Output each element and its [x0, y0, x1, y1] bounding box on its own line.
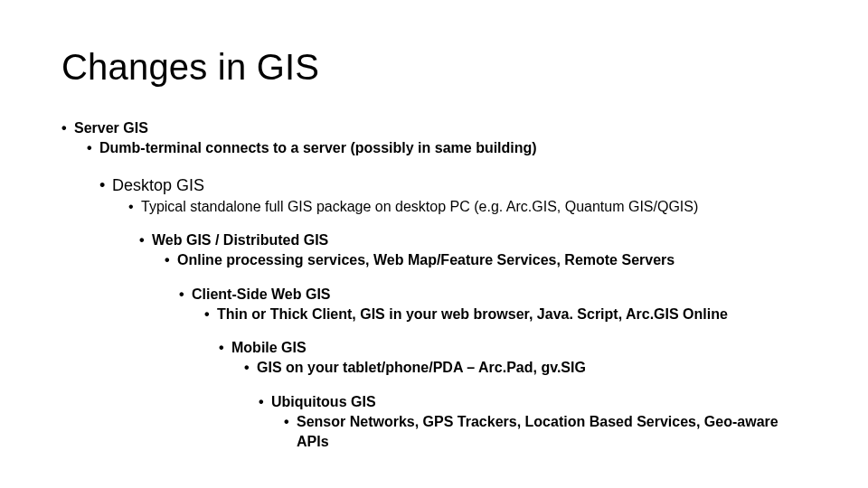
item-server: Server GIS — [74, 120, 807, 136]
slide: Changes in GIS Server GIS Dumb-terminal … — [0, 0, 868, 488]
outline-list: Server GIS Dumb-terminal connects to a s… — [61, 120, 807, 451]
item-ubiq: Ubiquitous GIS — [271, 394, 807, 410]
item-web: Web GIS / Distributed GIS — [152, 232, 807, 249]
item-ubiq-desc: Sensor Networks, GPS Trackers, Location … — [297, 412, 807, 451]
item-server-desc: Dumb-terminal connects to a server (poss… — [99, 138, 807, 158]
item-web-desc: Online processing services, Web Map/Feat… — [177, 250, 807, 270]
item-client: Client-Side Web GIS — [192, 286, 807, 303]
slide-title: Changes in GIS — [61, 47, 807, 88]
item-client-desc: Thin or Thick Client, GIS in your web br… — [217, 305, 807, 324]
item-desktop-desc: Typical standalone full GIS package on d… — [141, 197, 807, 217]
item-desktop: Desktop GIS — [112, 176, 807, 195]
item-mobile-desc: GIS on your tablet/phone/PDA – Arc.Pad, … — [257, 358, 807, 378]
item-mobile: Mobile GIS — [231, 340, 807, 356]
